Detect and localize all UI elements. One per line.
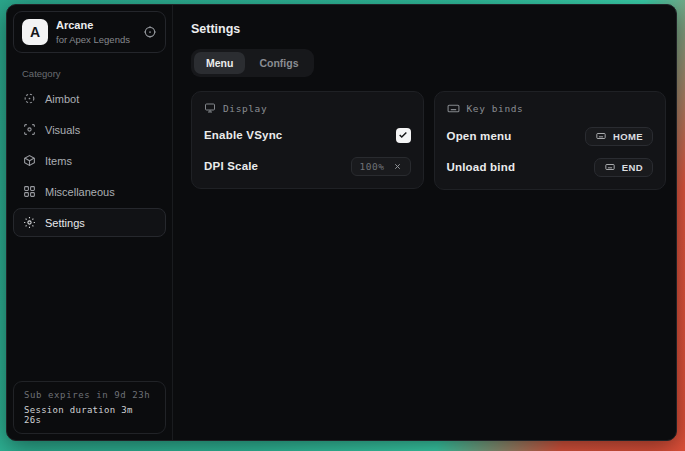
sidebar-item-label: Visuals: [45, 124, 80, 136]
vsync-label: Enable VSync: [204, 129, 282, 141]
vsync-checkbox[interactable]: [396, 128, 411, 143]
sidebar-item-miscellaneous[interactable]: Miscellaneous: [13, 177, 166, 206]
scan-eye-icon: [23, 123, 36, 136]
sidebar: A Arcane for Apex Legends Category: [7, 5, 173, 440]
app-window: A Arcane for Apex Legends Category: [6, 4, 677, 441]
dpi-value: 100%: [360, 161, 385, 172]
open-menu-key: HOME: [613, 131, 643, 142]
vsync-row: Enable VSync: [204, 125, 411, 145]
display-card-title: Display: [223, 103, 267, 114]
brand-card: A Arcane for Apex Legends: [13, 11, 166, 53]
grid-icon: [23, 185, 36, 198]
check-icon: [398, 130, 408, 140]
package-icon: [23, 154, 36, 167]
sidebar-item-label: Miscellaneous: [45, 186, 115, 198]
sidebar-item-label: Aimbot: [45, 93, 79, 105]
dpi-row: DPI Scale 100%: [204, 156, 411, 176]
tab-configs[interactable]: Configs: [247, 52, 310, 74]
x-icon[interactable]: [393, 162, 402, 171]
sidebar-item-visuals[interactable]: Visuals: [13, 115, 166, 144]
keyboard-icon: [447, 102, 460, 115]
session-duration-text: Session duration 3m 26s: [24, 405, 155, 425]
display-card: Display Enable VSync DPI Scale: [191, 91, 424, 189]
main-content: Settings Menu Configs Display Enable VSy…: [173, 5, 676, 440]
unload-bind-key: END: [622, 162, 643, 173]
sidebar-item-settings[interactable]: Settings: [13, 208, 166, 237]
sidebar-nav: Aimbot Visuals Items: [7, 82, 172, 237]
crosshair-icon: [23, 92, 36, 105]
brand-text: Arcane for Apex Legends: [56, 19, 130, 44]
monitor-icon: [204, 102, 216, 114]
gear-icon: [23, 216, 36, 229]
sidebar-item-aimbot[interactable]: Aimbot: [13, 84, 166, 113]
display-card-header: Display: [204, 102, 411, 114]
sidebar-item-label: Settings: [45, 217, 85, 229]
brand-subtitle: for Apex Legends: [56, 34, 130, 45]
page-title: Settings: [191, 22, 666, 36]
sidebar-item-label: Items: [45, 155, 72, 167]
unload-bind-keybind-button[interactable]: END: [594, 158, 653, 177]
unload-bind-row: Unload bind END: [447, 157, 654, 177]
keyboard-icon: [595, 131, 607, 141]
crosshair-badge-icon[interactable]: [143, 25, 157, 39]
dpi-label: DPI Scale: [204, 160, 258, 172]
brand-logo: A: [22, 19, 48, 45]
tab-menu[interactable]: Menu: [194, 52, 245, 74]
category-label: Category: [22, 68, 172, 79]
sidebar-item-items[interactable]: Items: [13, 146, 166, 175]
open-menu-row: Open menu HOME: [447, 126, 654, 146]
subscription-info: Sub expires in 9d 23h Session duration 3…: [13, 381, 166, 434]
sub-expiry-text: Sub expires in 9d 23h: [24, 390, 155, 400]
keybinds-card-header: Key binds: [447, 102, 654, 115]
settings-cards: Display Enable VSync DPI Scale: [191, 91, 666, 190]
settings-tabs: Menu Configs: [191, 49, 314, 77]
keyboard-icon: [604, 162, 616, 172]
dpi-scale-input[interactable]: 100%: [351, 157, 411, 176]
open-menu-keybind-button[interactable]: HOME: [585, 127, 653, 146]
unload-bind-label: Unload bind: [447, 161, 516, 173]
open-menu-label: Open menu: [447, 130, 512, 142]
keybinds-card: Key binds Open menu HOME Unload bin: [434, 91, 667, 190]
brand-name: Arcane: [56, 19, 130, 31]
keybinds-card-title: Key binds: [467, 103, 524, 114]
